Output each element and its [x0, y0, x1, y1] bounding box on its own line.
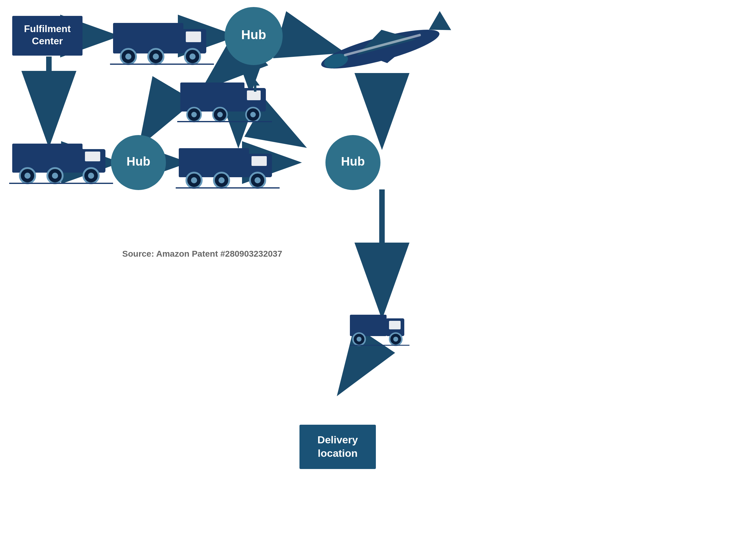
svg-rect-63 [179, 148, 249, 177]
svg-point-25 [125, 53, 131, 60]
svg-point-27 [153, 53, 159, 60]
svg-text:Center: Center [32, 36, 63, 46]
svg-rect-0 [0, 0, 756, 535]
svg-point-55 [24, 173, 31, 179]
svg-rect-39 [180, 82, 244, 112]
svg-point-45 [217, 112, 223, 117]
svg-point-29 [189, 53, 196, 60]
svg-point-71 [255, 177, 261, 183]
diagram-container: Fulfilment Center Hub [0, 0, 756, 535]
svg-point-69 [218, 177, 225, 183]
svg-point-57 [52, 173, 58, 179]
svg-point-43 [191, 112, 197, 117]
svg-rect-77 [389, 321, 401, 329]
svg-point-79 [357, 337, 361, 342]
svg-point-81 [393, 337, 398, 342]
svg-rect-75 [350, 315, 386, 336]
svg-rect-21 [113, 23, 183, 53]
svg-rect-23 [186, 32, 201, 42]
svg-rect-53 [85, 152, 100, 161]
svg-point-47 [250, 112, 256, 117]
svg-text:Delivery: Delivery [318, 434, 358, 445]
svg-text:Hub: Hub [126, 155, 150, 168]
svg-text:location: location [318, 447, 357, 459]
svg-rect-83 [299, 425, 376, 469]
svg-rect-51 [12, 144, 82, 173]
svg-point-67 [191, 177, 197, 183]
svg-point-59 [88, 173, 94, 179]
svg-text:Hub: Hub [241, 27, 266, 42]
svg-text:Hub: Hub [341, 155, 365, 168]
svg-text:Fulfilment: Fulfilment [24, 23, 71, 34]
svg-rect-41 [247, 91, 261, 100]
svg-rect-65 [251, 156, 267, 166]
svg-text:Source: Amazon Patent #2809032: Source: Amazon Patent #280903232037 [122, 249, 282, 259]
